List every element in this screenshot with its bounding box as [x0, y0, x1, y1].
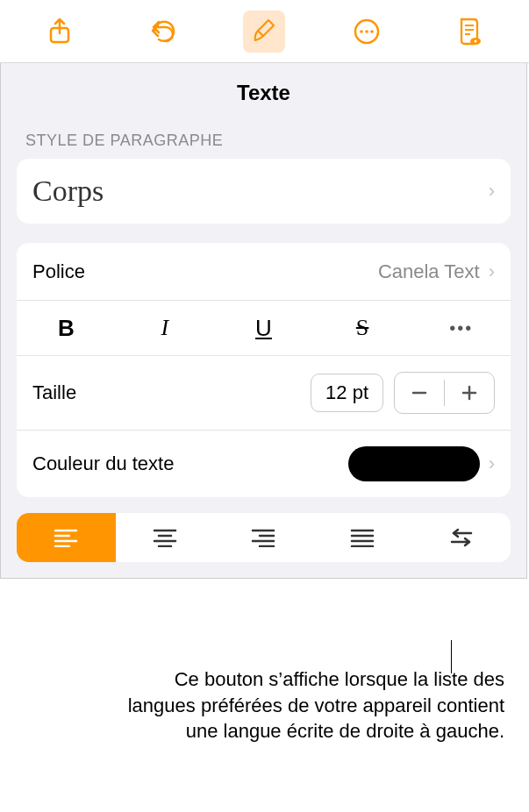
style-buttons-row: B I U S •••	[17, 301, 511, 356]
font-row[interactable]: Police Canela Text ›	[17, 243, 511, 301]
chevron-right-icon: ›	[489, 260, 495, 283]
document-eye-icon	[456, 17, 483, 46]
size-decrease-button[interactable]	[395, 373, 444, 413]
undo-icon	[148, 19, 176, 44]
minus-icon	[411, 384, 428, 402]
more-menu-button[interactable]	[346, 11, 388, 53]
text-color-row[interactable]: Couleur du texte ›	[17, 431, 511, 497]
font-value: Canela Text	[378, 260, 480, 283]
paragraph-style-card: Corps ›	[17, 159, 511, 224]
size-label: Taille	[32, 381, 311, 404]
align-left-icon	[54, 528, 78, 547]
panel-title: Texte	[1, 63, 526, 132]
underline-button[interactable]: U	[214, 301, 313, 355]
paragraph-style-name: Corps	[32, 175, 480, 208]
align-justify-icon	[350, 528, 375, 547]
size-value[interactable]: 12 pt	[311, 374, 383, 412]
share-icon	[47, 18, 72, 46]
plus-icon	[461, 384, 478, 402]
svg-point-4	[370, 30, 374, 33]
more-styles-button[interactable]: •••	[411, 301, 511, 355]
italic-button[interactable]: I	[116, 301, 215, 355]
text-color-label: Couleur du texte	[32, 452, 348, 475]
reader-button[interactable]	[448, 11, 490, 53]
svg-point-9	[474, 39, 476, 42]
align-center-icon	[153, 528, 177, 547]
size-row: Taille 12 pt	[17, 356, 511, 431]
bidi-arrows-icon	[448, 527, 475, 548]
align-center-button[interactable]	[116, 513, 215, 562]
text-properties-card: Police Canela Text › B I U S ••• Taille …	[17, 243, 511, 497]
chevron-right-icon: ›	[489, 452, 495, 475]
paintbrush-icon	[251, 18, 277, 46]
align-left-button[interactable]	[17, 513, 116, 562]
ellipsis-circle-icon	[353, 18, 381, 46]
top-toolbar	[0, 0, 529, 63]
align-right-button[interactable]	[214, 513, 313, 562]
align-right-icon	[251, 528, 275, 547]
font-label: Police	[32, 260, 378, 283]
chevron-right-icon: ›	[489, 180, 495, 203]
strikethrough-button[interactable]: S	[313, 301, 412, 355]
text-direction-button[interactable]	[411, 513, 511, 562]
undo-button[interactable]	[141, 11, 183, 53]
paragraph-style-row[interactable]: Corps ›	[17, 159, 511, 224]
bold-button[interactable]: B	[17, 301, 116, 355]
size-increase-button[interactable]	[445, 373, 494, 413]
svg-point-3	[365, 30, 368, 33]
align-justify-button[interactable]	[313, 513, 412, 562]
format-button[interactable]	[243, 11, 285, 53]
callout-text: Ce bouton s’affiche lorsque la liste des…	[118, 666, 504, 744]
color-swatch[interactable]	[348, 446, 480, 481]
size-stepper	[394, 372, 495, 414]
share-button[interactable]	[39, 11, 81, 53]
format-panel: Texte STYLE DE PARAGRAPHE Corps › Police…	[0, 63, 527, 579]
paragraph-style-header: STYLE DE PARAGRAPHE	[1, 132, 526, 159]
alignment-row	[17, 513, 511, 562]
svg-point-2	[360, 30, 363, 33]
